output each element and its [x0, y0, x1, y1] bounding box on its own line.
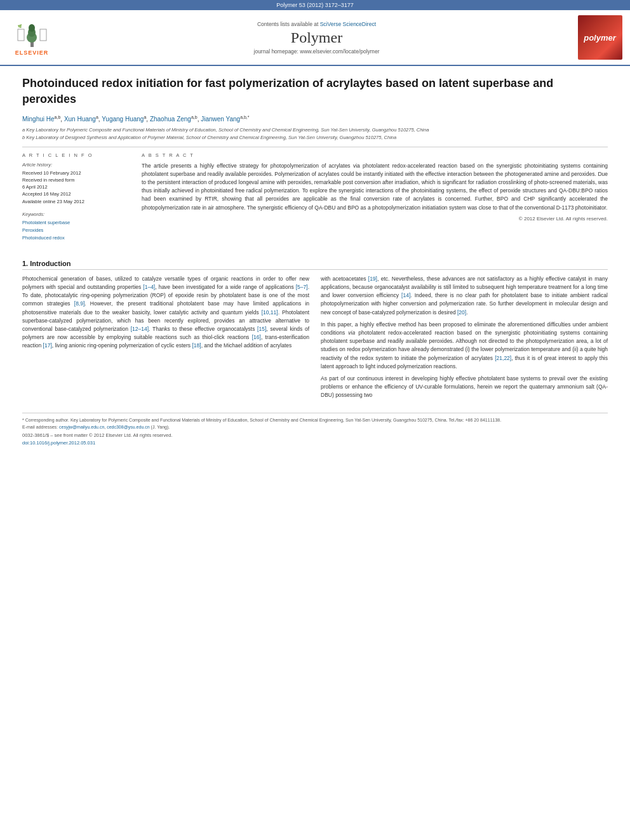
- ref-5-7[interactable]: [5–7]: [296, 284, 308, 290]
- corresponding-author-note: * Corresponding author. Key Laboratory f…: [22, 417, 608, 424]
- article-history: Article history: Received 10 February 20…: [22, 162, 130, 205]
- ref-21-22[interactable]: [21,22]: [495, 355, 511, 361]
- journal-homepage: journal homepage: www.elsevier.com/locat…: [254, 48, 380, 55]
- info-abstract-columns: A R T I C L E I N F O Article history: R…: [22, 152, 608, 248]
- intro-left-column: Photochemical generation of bases, utili…: [22, 275, 309, 403]
- polymer-logo-text: polymer: [584, 33, 616, 43]
- svg-rect-0: [30, 42, 34, 47]
- affiliation-b: b Key Laboratory of Designed Synthesis a…: [22, 135, 608, 142]
- keyword-3: Photoinduced redox: [22, 234, 130, 242]
- email-1[interactable]: cesyjw@mailyu.edu.cn: [59, 425, 104, 429]
- svg-rect-4: [18, 29, 24, 41]
- ref-8-9[interactable]: [8,9]: [74, 300, 85, 307]
- intro-right-column: with acetoacetates [19], etc. Neverthele…: [321, 275, 608, 403]
- ref-14b[interactable]: [14]: [401, 292, 410, 298]
- article-content: Photoinduced redox initiation for fast p…: [0, 66, 630, 455]
- email-note: (J. Yang).: [151, 425, 170, 429]
- author-3-sup: a: [144, 115, 146, 119]
- sciverse-availability: Contents lists available at SciVerse Sci…: [257, 21, 376, 27]
- keywords-label: Keywords:: [22, 211, 130, 217]
- keyword-1: Photolatent superbase: [22, 219, 130, 227]
- ref-16[interactable]: [16]: [252, 334, 261, 340]
- doi-link[interactable]: doi:10.1016/j.polymer.2012.05.031: [22, 440, 95, 446]
- ref-10-11[interactable]: [10,11]: [262, 309, 278, 316]
- abstract-column: A B S T R A C T The article presents a h…: [142, 152, 608, 248]
- intro-columns: Photochemical generation of bases, utili…: [22, 275, 608, 403]
- article-info-label: A R T I C L E I N F O: [22, 152, 130, 158]
- revised-label: Received in revised form: [22, 177, 130, 183]
- ref-18[interactable]: [18]: [192, 342, 201, 349]
- ref-20[interactable]: [20]: [457, 309, 466, 316]
- elsevier-brand-text: ELSEVIER: [15, 50, 49, 56]
- introduction-section: 1. Introduction Photochemical generation…: [22, 260, 608, 403]
- email-2[interactable]: cedc308@ysu.edu.cn: [107, 425, 149, 429]
- ref-19[interactable]: [19]: [368, 276, 377, 282]
- sciverse-link[interactable]: SciVerse ScienceDirect: [320, 21, 376, 27]
- doi-line: doi:10.1016/j.polymer.2012.05.031: [22, 440, 608, 446]
- elsevier-tree-icon: 🌿: [15, 20, 50, 48]
- author-5: Jianwen Yang: [201, 116, 240, 123]
- ref-1-4[interactable]: [1–4]: [143, 284, 155, 290]
- polymer-logo-box: polymer: [576, 15, 624, 60]
- footnotes-area: * Corresponding author. Key Laboratory f…: [22, 413, 608, 446]
- polymer-logo-image: polymer: [578, 15, 622, 60]
- journal-center-info: Contents lists available at SciVerse Sci…: [64, 21, 570, 55]
- article-title: Photoinduced redox initiation for fast p…: [22, 76, 608, 107]
- abstract-text: The article presents a highly effective …: [142, 162, 608, 212]
- email-label: E-mail addresses:: [22, 425, 58, 429]
- page: Polymer 53 (2012) 3172–3177 🌿 ELSEVIER C…: [0, 0, 630, 840]
- intro-title: Introduction: [30, 260, 70, 267]
- author-2: Xun Huang: [64, 116, 96, 123]
- elsevier-logo: 🌿 ELSEVIER: [6, 20, 57, 56]
- abstract-label: A B S T R A C T: [142, 152, 608, 158]
- journal-issue: Polymer 53 (2012) 3172–3177: [276, 2, 354, 8]
- ref-12-14[interactable]: [12–14]: [131, 326, 149, 332]
- intro-para-3: In this paper, a highly effective method…: [321, 321, 608, 371]
- intro-para-4: As part of our continuous interest in de…: [321, 375, 608, 400]
- author-5-sup: a,b,*: [240, 115, 249, 119]
- article-info-column: A R T I C L E I N F O Article history: R…: [22, 152, 130, 248]
- journal-header: 🌿 ELSEVIER Contents lists available at S…: [0, 10, 630, 66]
- ref-17[interactable]: [17]: [43, 342, 52, 349]
- revised-date: 6 April 2012: [22, 183, 130, 190]
- intro-para-1: Photochemical generation of bases, utili…: [22, 275, 309, 350]
- author-3: Yugang Huang: [102, 116, 144, 123]
- svg-text:🌿: 🌿: [18, 24, 22, 29]
- svg-rect-5: [40, 29, 46, 41]
- intro-para-2: with acetoacetates [19], etc. Neverthele…: [321, 275, 608, 317]
- author-4-sup: a,b: [191, 115, 198, 119]
- accepted-date: Accepted 16 May 2012: [22, 190, 130, 197]
- divider: [22, 147, 608, 147]
- journal-banner: Polymer 53 (2012) 3172–3177: [0, 0, 630, 10]
- affiliation-a: a Key Laboratory for Polymeric Composite…: [22, 127, 608, 134]
- author-4: Zhaohua Zeng: [150, 116, 191, 123]
- intro-number: 1.: [22, 260, 30, 267]
- ref-15[interactable]: [15]: [257, 326, 266, 332]
- copyright-notice: © 2012 Elsevier Ltd. All rights reserved…: [142, 216, 608, 222]
- keywords-section: Keywords: Photolatent superbase Peroxide…: [22, 211, 130, 242]
- email-addresses: E-mail addresses: cesyjw@mailyu.edu.cn, …: [22, 424, 608, 431]
- author-1-sup: a,b: [55, 115, 61, 119]
- online-date: Available online 23 May 2012: [22, 198, 130, 205]
- history-label: Article history:: [22, 162, 130, 168]
- keyword-2: Peroxides: [22, 227, 130, 234]
- introduction-heading: 1. Introduction: [22, 260, 608, 270]
- author-2-sup: a: [96, 115, 98, 119]
- svg-point-3: [29, 24, 35, 32]
- journal-title: Polymer: [291, 29, 342, 46]
- author-1: Minghui He: [22, 116, 55, 123]
- issn-line: 0032-3861/$ – see front matter © 2012 El…: [22, 432, 608, 438]
- authors-line: Minghui Hea,b, Xun Huanga, Yugang Huanga…: [22, 115, 608, 123]
- received-date: Received 10 February 2012: [22, 170, 130, 177]
